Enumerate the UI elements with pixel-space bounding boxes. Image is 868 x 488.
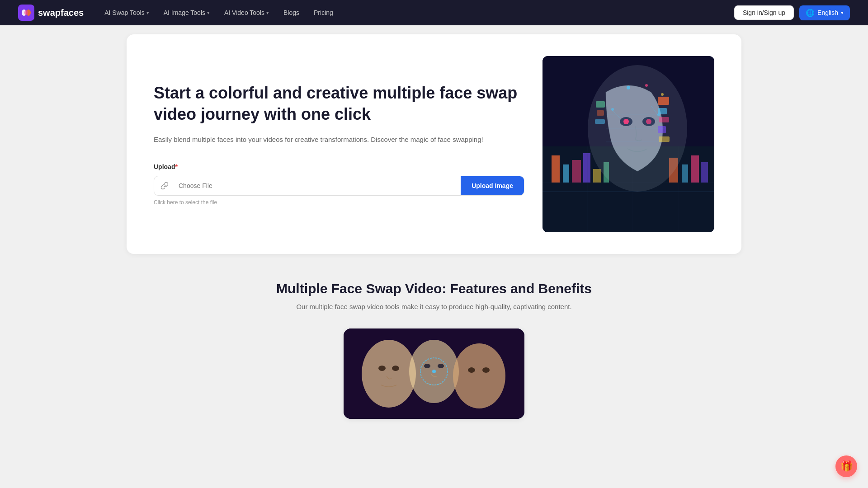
svg-point-50 (424, 364, 430, 368)
svg-point-25 (646, 119, 651, 124)
svg-rect-31 (658, 108, 667, 114)
chevron-down-icon: ▾ (841, 10, 844, 16)
svg-point-53 (482, 367, 490, 373)
svg-point-39 (645, 84, 648, 87)
nav-ai-video-tools[interactable]: AI Video Tools ▾ (218, 5, 275, 20)
svg-point-51 (438, 364, 444, 368)
nav-links: AI Swap Tools ▾ AI Image Tools ▾ AI Vide… (98, 5, 734, 20)
hero-card: Start a colorful and creative multiple f… (127, 34, 741, 254)
signin-button[interactable]: Sign in/Sign up (734, 5, 794, 20)
upload-label: Upload* (154, 163, 524, 170)
chevron-down-icon: ▾ (266, 10, 269, 16)
svg-rect-9 (583, 153, 590, 183)
svg-point-40 (661, 93, 664, 96)
svg-rect-6 (552, 155, 560, 183)
svg-point-3 (24, 10, 28, 15)
language-selector[interactable]: 🌐 English ▾ (799, 5, 850, 20)
nav-ai-image-tools[interactable]: AI Image Tools ▾ (157, 5, 216, 20)
choose-file-input[interactable] (175, 177, 461, 195)
svg-rect-14 (691, 155, 699, 183)
svg-point-48 (378, 366, 386, 371)
svg-point-55 (432, 370, 436, 373)
brand-name: swapfaces (38, 8, 84, 18)
svg-point-52 (468, 367, 475, 373)
page-content: Start a colorful and creative multiple f… (108, 25, 760, 455)
upload-image-button[interactable]: Upload Image (461, 176, 524, 195)
nav-pricing[interactable]: Pricing (307, 5, 340, 20)
svg-rect-36 (597, 110, 604, 116)
svg-rect-8 (572, 160, 581, 183)
features-subtitle: Our multiple face swap video tools make … (127, 303, 741, 310)
upload-hint: Click here to select the file (154, 199, 524, 206)
features-demo (127, 328, 741, 419)
svg-point-24 (623, 119, 629, 124)
svg-rect-33 (658, 126, 666, 133)
svg-rect-30 (658, 97, 669, 105)
svg-rect-10 (593, 169, 601, 183)
features-title: Multiple Face Swap Video: Features and B… (127, 281, 741, 296)
svg-rect-13 (682, 164, 688, 183)
svg-point-38 (627, 86, 630, 89)
svg-rect-34 (659, 136, 670, 142)
svg-point-47 (453, 343, 505, 408)
hero-left: Start a colorful and creative multiple f… (154, 83, 524, 206)
demo-faces-visual (344, 328, 524, 419)
nav-right: Sign in/Sign up 🌐 English ▾ (734, 5, 850, 20)
hero-image (542, 56, 714, 232)
navbar: swapfaces AI Swap Tools ▾ AI Image Tools… (0, 0, 868, 25)
chevron-down-icon: ▾ (146, 10, 149, 16)
svg-rect-37 (595, 119, 605, 124)
features-section: Multiple Face Swap Video: Features and B… (127, 272, 741, 437)
svg-rect-32 (659, 117, 669, 122)
svg-rect-7 (563, 164, 569, 183)
svg-rect-35 (596, 101, 605, 108)
brand-logo-icon (18, 5, 34, 21)
hero-title: Start a colorful and creative multiple f… (154, 83, 524, 125)
svg-point-45 (362, 340, 416, 408)
svg-rect-15 (701, 162, 708, 183)
svg-point-49 (392, 366, 399, 371)
hero-subtitle: Easily blend multiple faces into your vi… (154, 134, 524, 145)
chevron-down-icon: ▾ (207, 10, 210, 16)
hero-image-visual (542, 56, 714, 232)
link-icon (154, 182, 175, 190)
demo-card (344, 328, 524, 419)
svg-point-28 (611, 108, 614, 111)
nav-blogs[interactable]: Blogs (277, 5, 306, 20)
upload-row: Upload Image (154, 176, 524, 196)
brand-logo[interactable]: swapfaces (18, 5, 84, 21)
nav-ai-swap-tools[interactable]: AI Swap Tools ▾ (98, 5, 155, 20)
globe-icon: 🌐 (806, 9, 815, 17)
